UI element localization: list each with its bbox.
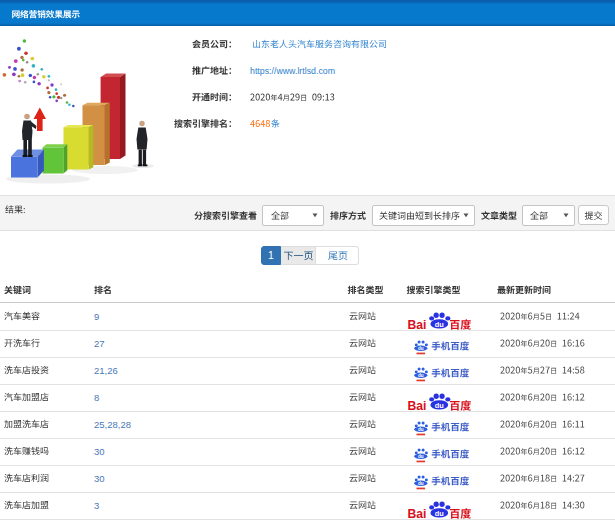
svg-text:du: du [435,401,445,410]
svg-text:du: du [418,373,424,378]
svg-text:du: du [435,509,445,518]
svg-text:du: du [418,481,424,486]
svg-text:du: du [418,346,424,351]
svg-text:du: du [418,454,424,459]
svg-text:du: du [418,427,424,432]
svg-text:du: du [435,320,445,329]
